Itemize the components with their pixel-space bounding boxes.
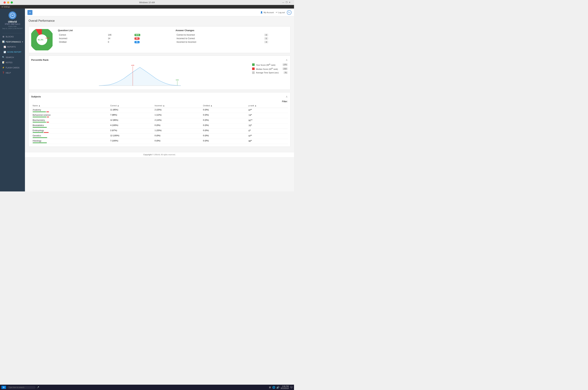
reports-icon: 📈 xyxy=(3,46,6,48)
collapse-subjects-button[interactable]: ∧ xyxy=(286,95,288,98)
my-account-link[interactable]: 👤 My Account xyxy=(260,11,274,13)
subject-name-cell: Anatomy xyxy=(31,108,109,113)
col-p-rank[interactable]: p-rank ▲ xyxy=(247,103,288,108)
window-chrome: Windows 10 x64 — ❐ ✕ xyxy=(0,0,294,5)
subject-name-cell: Histology xyxy=(31,139,109,144)
overall-performance-card: 91.3% 8.8% Question List Correct 146 xyxy=(29,26,290,53)
sidebar-item-search[interactable]: 🔍 SEARCH xyxy=(0,55,25,60)
subjects-thead: Name ▲ Correct ▲ Incorrect ▲ Omitted ▲ p… xyxy=(31,103,288,108)
percentile-content: 40th 99th Your Score (99th xyxy=(31,63,288,87)
question-list: Question List Correct 146 91% Incorrect … xyxy=(58,29,170,44)
subjects-card-header: Subjects ∧ xyxy=(31,95,288,98)
correct-to-incorrect-value: 0 xyxy=(263,33,288,37)
subject-name: Embryology xyxy=(33,129,107,132)
window-title: Windows 10 x64 xyxy=(139,1,155,4)
close-btn[interactable] xyxy=(3,1,6,3)
win-close[interactable]: ✕ xyxy=(289,1,290,3)
col-name[interactable]: Name ▲ xyxy=(31,103,109,108)
my-account-icon: 👤 xyxy=(260,11,263,13)
sidebar-item-flash-cards[interactable]: ⚡ FLASH CARDS xyxy=(0,65,25,70)
correct-label: Correct xyxy=(58,33,107,37)
subject-omitted: 0 (0%) xyxy=(202,108,247,113)
incorrect-label: Incorrect xyxy=(58,37,107,40)
hamburger-button[interactable]: ≡ xyxy=(27,10,32,15)
progress-red xyxy=(44,132,49,133)
log-out-label: Log out xyxy=(278,11,285,13)
col-incorrect[interactable]: Incorrect ▲ xyxy=(153,103,202,108)
median-score-color xyxy=(252,67,255,70)
omitted-badge: 0% xyxy=(133,40,170,44)
subject-name-cell: Biochemistry xyxy=(31,118,109,123)
sidebar-item-notes[interactable]: 📝 NOTES xyxy=(0,60,25,65)
subject-incorrect: 0 (0%) xyxy=(153,134,202,139)
question-list-table: Correct 146 91% Incorrect 14 9% xyxy=(58,33,170,44)
p-rank-sup: th xyxy=(251,135,252,136)
col-omitted[interactable]: Omitted ▲ xyxy=(202,103,247,108)
subject-correct: 12 (100%) xyxy=(109,134,153,139)
sidebar-label-notes: NOTES xyxy=(6,61,12,64)
maximize-btn[interactable] xyxy=(11,1,13,3)
subject-name: Biostatistics xyxy=(33,124,107,127)
sidebar-label-reports: REPORTS xyxy=(7,46,16,48)
progress-bar xyxy=(33,143,107,143)
subject-name: Genetics xyxy=(33,135,107,137)
subject-p-rank: 97th xyxy=(247,134,288,139)
refresh-button[interactable]: ↻ xyxy=(287,10,291,15)
legend-median-score: Median Score (40th rank) 232 xyxy=(252,67,288,70)
progress-green xyxy=(33,127,47,128)
table-row: Incorrect to Incorrect 4 xyxy=(175,40,288,44)
incorrect-value: 14 xyxy=(107,37,133,40)
table-row: Incorrect to Correct 5 xyxy=(175,37,288,40)
sidebar-label-blocks: BLOCKS xyxy=(6,36,14,38)
settings-label[interactable]: ⚙ Settings xyxy=(1,6,10,8)
score-report-icon: 📉 xyxy=(3,51,6,53)
win-minimize[interactable]: — xyxy=(282,1,284,3)
correct-to-incorrect-label: Correct to Incorrect xyxy=(175,33,263,37)
col-correct[interactable]: Correct ▲ xyxy=(109,103,153,108)
sidebar-item-reports[interactable]: 📈 REPORTS xyxy=(0,44,25,49)
progress-green xyxy=(33,122,46,123)
incorrect-badge: 9% xyxy=(133,37,170,40)
collapse-percentile-button[interactable]: ∧ xyxy=(286,58,288,62)
table-row: Embryology 2 (67%) 1 (33%) 0 (0%) 5th xyxy=(31,129,288,134)
sidebar-item-blocks[interactable]: ▦ BLOCKS xyxy=(0,34,25,39)
subject-correct: 4 (100%) xyxy=(109,123,153,129)
legend-area: Your Score (99th rank) 275 Median Score … xyxy=(252,63,288,75)
table-row: Incorrect 14 9% xyxy=(58,37,170,40)
incorrect-to-correct-value: 5 xyxy=(263,37,288,40)
sidebar-label-performance: PERFORMANCE xyxy=(6,41,21,43)
sidebar-subtitle: STEP1 SIM Form 1 xyxy=(5,23,20,25)
subject-name: Histology xyxy=(33,140,107,142)
sidebar-item-performance[interactable]: 📊 PERFORMANCE ▾ xyxy=(0,39,25,44)
table-row: Behavioral science 7 (88%) 1 (12%) 0 (0%… xyxy=(31,113,288,118)
incorrect-to-incorrect-value: 4 xyxy=(263,40,288,44)
subject-incorrect: 0 (0%) xyxy=(153,139,202,144)
subject-omitted: 0 (0%) xyxy=(202,129,247,134)
bell-curve-chart: 40th 99th xyxy=(31,63,249,87)
answer-changes-table: Correct to Incorrect 0 Incorrect to Corr… xyxy=(175,33,288,44)
avg-time-color xyxy=(252,71,255,74)
win-restore[interactable]: ❐ xyxy=(286,1,287,3)
right-panel: ≡ 👤 My Account ↩ Log out ↻ Overall Perfo… xyxy=(25,8,294,192)
hamburger-icon: ≡ xyxy=(29,11,31,14)
table-row: Correct to Incorrect 0 xyxy=(175,33,288,37)
answer-changes-title: Answer Changes xyxy=(175,29,288,32)
window-controls xyxy=(3,1,13,3)
progress-bar xyxy=(33,137,107,138)
progress-green xyxy=(33,143,47,143)
percentile-card-header: Percentile Rank ∧ xyxy=(31,58,288,62)
sidebar-item-help[interactable]: ❓ HELP xyxy=(0,70,25,75)
minimize-btn[interactable] xyxy=(7,1,9,3)
p-rank-sup: th xyxy=(250,129,251,131)
progress-green xyxy=(33,137,47,138)
progress-green xyxy=(33,117,47,117)
app-container: UWorld STEP1 SIM Form 1 Expiry Date Sep … xyxy=(0,8,294,192)
subject-correct: 12 (86%) xyxy=(109,118,153,123)
avg-time-value: 75 xyxy=(283,71,288,74)
top-bar-right: 👤 My Account ↩ Log out ↻ xyxy=(260,10,291,15)
sidebar-item-score-report[interactable]: 📉 SCORE REPORT xyxy=(0,49,25,55)
sidebar-label-score-report: SCORE REPORT xyxy=(7,51,21,53)
progress-bar xyxy=(33,127,107,128)
question-list-title: Question List xyxy=(58,29,170,32)
log-out-link[interactable]: ↩ Log out xyxy=(276,11,285,13)
